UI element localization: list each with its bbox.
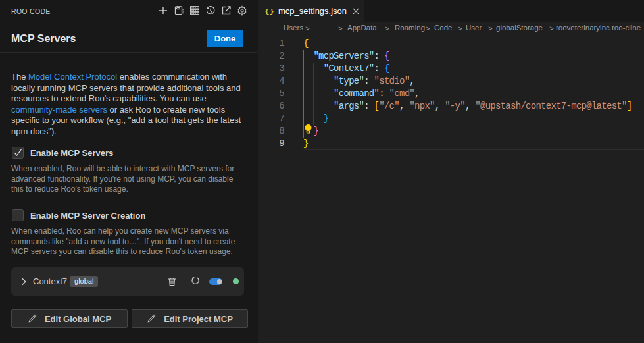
- svg-text:{}: {}: [264, 7, 274, 16]
